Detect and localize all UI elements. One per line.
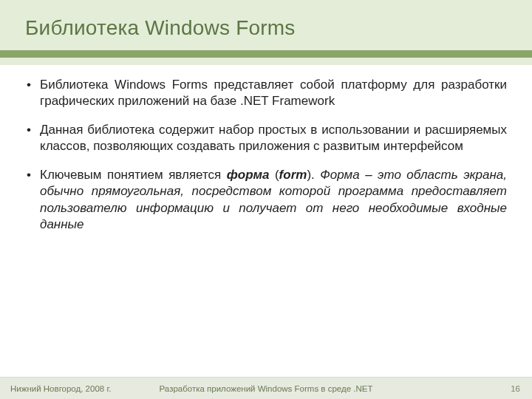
footer-bar: Нижний Новгород, 2008 г. Разработка прил… [0, 377, 532, 399]
text-bold: form [279, 168, 307, 182]
bullet-item: Библиотека Windows Forms представляет со… [25, 77, 507, 110]
bullet-list: Библиотека Windows Forms представляет со… [25, 77, 507, 233]
bullet-item: Данная библиотека содержит набор простых… [25, 122, 507, 155]
text-bold: форма [227, 168, 270, 182]
footer-left: Нижний Новгород, 2008 г. [0, 384, 111, 393]
content-area: Библиотека Windows Forms представляет со… [25, 77, 507, 245]
accent-bar [0, 50, 532, 58]
text-run: ). [307, 168, 320, 182]
slide-title: Библиотека Windows Forms [25, 16, 507, 40]
slide: Библиотека Windows Forms Библиотека Wind… [0, 0, 532, 399]
page-number: 16 [511, 384, 532, 393]
bullet-item: Ключевым понятием является форма (form).… [25, 167, 507, 233]
text-run: ( [269, 168, 279, 182]
text-run: Ключевым понятием является [40, 168, 227, 182]
